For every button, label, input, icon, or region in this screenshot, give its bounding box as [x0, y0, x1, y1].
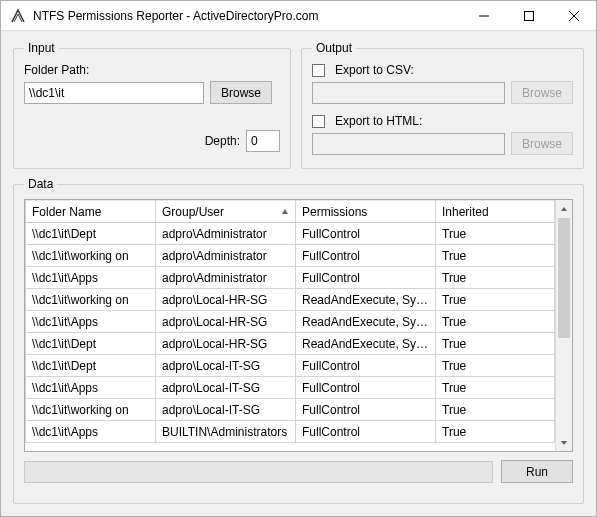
- cell-group_user: adpro\Administrator: [156, 245, 296, 267]
- export-html-label: Export to HTML:: [335, 114, 422, 128]
- table-row[interactable]: \\dc1\it\Deptadpro\Local-HR-SGReadAndExe…: [26, 333, 555, 355]
- cell-permissions: FullControl: [296, 223, 436, 245]
- bottom-row: Run: [24, 460, 573, 483]
- cell-inherited: True: [436, 355, 555, 377]
- cell-permissions: FullControl: [296, 399, 436, 421]
- cell-permissions: ReadAndExecute, Syn...: [296, 311, 436, 333]
- table-row[interactable]: \\dc1\it\Appsadpro\Local-HR-SGReadAndExe…: [26, 311, 555, 333]
- browse-input-button[interactable]: Browse: [210, 81, 272, 104]
- cell-folder: \\dc1\it\Dept: [26, 333, 156, 355]
- table-row[interactable]: \\dc1\it\working onadpro\Local-IT-SGFull…: [26, 399, 555, 421]
- table-row[interactable]: \\dc1\it\Deptadpro\Local-IT-SGFullContro…: [26, 355, 555, 377]
- folder-path-input[interactable]: [24, 82, 204, 104]
- cell-folder: \\dc1\it\working on: [26, 399, 156, 421]
- cell-permissions: ReadAndExecute, Syn...: [296, 289, 436, 311]
- progress-bar: [24, 461, 493, 483]
- scroll-down-icon[interactable]: [556, 434, 572, 451]
- cell-folder: \\dc1\it\Apps: [26, 377, 156, 399]
- sort-asc-icon: [281, 205, 289, 219]
- svg-line-2: [569, 11, 579, 21]
- export-html-checkbox[interactable]: [312, 115, 325, 128]
- svg-marker-4: [282, 209, 288, 214]
- cell-folder: \\dc1\it\Dept: [26, 355, 156, 377]
- export-csv-label: Export to CSV:: [335, 63, 414, 77]
- close-button[interactable]: [551, 1, 596, 30]
- minimize-button[interactable]: [461, 1, 506, 30]
- window-controls: [461, 1, 596, 30]
- data-legend: Data: [24, 177, 57, 191]
- cell-group_user: adpro\Administrator: [156, 267, 296, 289]
- vertical-scrollbar[interactable]: [555, 200, 572, 451]
- depth-input[interactable]: [246, 130, 280, 152]
- scroll-up-icon[interactable]: [556, 200, 572, 217]
- maximize-button[interactable]: [506, 1, 551, 30]
- run-button[interactable]: Run: [501, 460, 573, 483]
- top-row: Input Folder Path: Browse Depth: Output …: [13, 41, 584, 169]
- col-group-user-label: Group/User: [162, 205, 224, 219]
- csv-path-input: [312, 82, 505, 104]
- col-permissions[interactable]: Permissions: [296, 201, 436, 223]
- export-csv-checkbox[interactable]: [312, 64, 325, 77]
- cell-inherited: True: [436, 399, 555, 421]
- cell-folder: \\dc1\it\Apps: [26, 421, 156, 443]
- cell-group_user: adpro\Local-HR-SG: [156, 333, 296, 355]
- table-row[interactable]: \\dc1\it\working onadpro\Local-HR-SGRead…: [26, 289, 555, 311]
- app-logo-icon: [9, 7, 27, 25]
- cell-folder: \\dc1\it\working on: [26, 289, 156, 311]
- table-row[interactable]: \\dc1\it\working onadpro\AdministratorFu…: [26, 245, 555, 267]
- table-row[interactable]: \\dc1\it\Appsadpro\AdministratorFullCont…: [26, 267, 555, 289]
- output-legend: Output: [312, 41, 356, 55]
- cell-permissions: FullControl: [296, 245, 436, 267]
- input-legend: Input: [24, 41, 59, 55]
- output-group: Output Export to CSV: Browse Export to H…: [301, 41, 584, 169]
- cell-inherited: True: [436, 333, 555, 355]
- cell-permissions: FullControl: [296, 377, 436, 399]
- data-group: Data Folder Name: [13, 177, 584, 504]
- cell-group_user: adpro\Local-IT-SG: [156, 377, 296, 399]
- html-path-input: [312, 133, 505, 155]
- cell-inherited: True: [436, 245, 555, 267]
- cell-group_user: adpro\Local-HR-SG: [156, 289, 296, 311]
- svg-line-3: [569, 11, 579, 21]
- svg-rect-1: [524, 11, 533, 20]
- folder-path-label: Folder Path:: [24, 63, 280, 77]
- col-group-user[interactable]: Group/User: [156, 201, 296, 223]
- table-row[interactable]: \\dc1\it\AppsBUILTIN\AdministratorsFullC…: [26, 421, 555, 443]
- scrollbar-thumb[interactable]: [558, 218, 570, 338]
- cell-inherited: True: [436, 377, 555, 399]
- cell-folder: \\dc1\it\Apps: [26, 267, 156, 289]
- browse-html-button: Browse: [511, 132, 573, 155]
- browse-csv-button: Browse: [511, 81, 573, 104]
- cell-folder: \\dc1\it\Dept: [26, 223, 156, 245]
- col-inherited[interactable]: Inherited: [436, 201, 555, 223]
- cell-group_user: adpro\Administrator: [156, 223, 296, 245]
- col-folder-name[interactable]: Folder Name: [26, 201, 156, 223]
- depth-label: Depth:: [205, 134, 240, 148]
- table-header-row: Folder Name Group/User Permissions Inher…: [26, 201, 555, 223]
- titlebar: NTFS Permissions Reporter - ActiveDirect…: [1, 1, 596, 31]
- table-row[interactable]: \\dc1\it\Deptadpro\AdministratorFullCont…: [26, 223, 555, 245]
- cell-inherited: True: [436, 289, 555, 311]
- cell-permissions: FullControl: [296, 267, 436, 289]
- cell-group_user: adpro\Local-IT-SG: [156, 399, 296, 421]
- cell-group_user: adpro\Local-HR-SG: [156, 311, 296, 333]
- cell-inherited: True: [436, 267, 555, 289]
- cell-permissions: ReadAndExecute, Syn...: [296, 333, 436, 355]
- cell-group_user: adpro\Local-IT-SG: [156, 355, 296, 377]
- content-area: Input Folder Path: Browse Depth: Output …: [1, 31, 596, 516]
- app-window: NTFS Permissions Reporter - ActiveDirect…: [0, 0, 597, 517]
- svg-marker-5: [561, 207, 567, 211]
- cell-inherited: True: [436, 421, 555, 443]
- svg-marker-6: [561, 441, 567, 445]
- cell-permissions: FullControl: [296, 355, 436, 377]
- window-title: NTFS Permissions Reporter - ActiveDirect…: [33, 9, 461, 23]
- cell-inherited: True: [436, 223, 555, 245]
- data-table-container: Folder Name Group/User Permissions Inher…: [24, 199, 573, 452]
- cell-inherited: True: [436, 311, 555, 333]
- input-group: Input Folder Path: Browse Depth:: [13, 41, 291, 169]
- table-row[interactable]: \\dc1\it\Appsadpro\Local-IT-SGFullContro…: [26, 377, 555, 399]
- data-table: Folder Name Group/User Permissions Inher…: [25, 200, 555, 443]
- cell-permissions: FullControl: [296, 421, 436, 443]
- cell-group_user: BUILTIN\Administrators: [156, 421, 296, 443]
- cell-folder: \\dc1\it\Apps: [26, 311, 156, 333]
